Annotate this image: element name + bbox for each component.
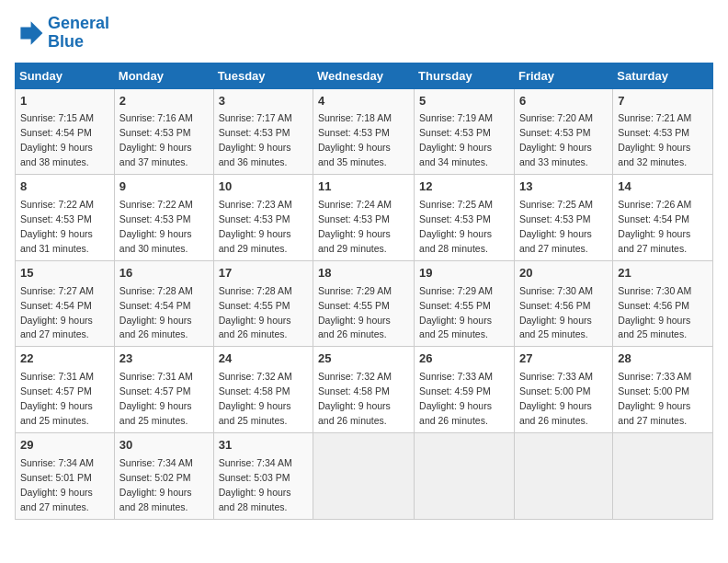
calendar-cell: 21Sunrise: 7:30 AMSunset: 4:56 PMDayligh…: [613, 260, 713, 347]
calendar-cell: 27Sunrise: 7:33 AMSunset: 5:00 PMDayligh…: [514, 347, 612, 433]
calendar-cell: 22Sunrise: 7:31 AMSunset: 4:57 PMDayligh…: [16, 347, 115, 433]
calendar-cell: 25Sunrise: 7:32 AMSunset: 4:58 PMDayligh…: [313, 347, 415, 433]
day-number: 30: [119, 437, 209, 454]
calendar-cell: 17Sunrise: 7:28 AMSunset: 4:55 PMDayligh…: [213, 260, 313, 347]
logo-text: General Blue: [48, 15, 109, 52]
day-number: 26: [419, 350, 509, 368]
day-number: 20: [519, 265, 608, 282]
calendar-week-2: 8Sunrise: 7:22 AMSunset: 4:53 PMDaylight…: [16, 175, 713, 261]
calendar-cell: 23Sunrise: 7:31 AMSunset: 4:57 PMDayligh…: [114, 347, 213, 433]
calendar-cell: 5Sunrise: 7:19 AMSunset: 4:53 PMDaylight…: [415, 88, 515, 175]
day-detail: Sunrise: 7:24 AMSunset: 4:53 PMDaylight:…: [318, 199, 392, 254]
calendar-cell: 12Sunrise: 7:25 AMSunset: 4:53 PMDayligh…: [415, 175, 515, 261]
day-detail: Sunrise: 7:19 AMSunset: 4:53 PMDaylight:…: [419, 112, 493, 167]
calendar-cell: 15Sunrise: 7:27 AMSunset: 4:54 PMDayligh…: [16, 260, 115, 347]
calendar-cell: 28Sunrise: 7:33 AMSunset: 5:00 PMDayligh…: [613, 347, 713, 433]
calendar-cell: 6Sunrise: 7:20 AMSunset: 4:53 PMDaylight…: [514, 88, 612, 175]
day-number: 4: [318, 93, 409, 110]
calendar-cell: 11Sunrise: 7:24 AMSunset: 4:53 PMDayligh…: [313, 175, 415, 261]
day-number: 21: [618, 265, 708, 282]
day-number: 31: [219, 437, 308, 454]
calendar-cell: [613, 432, 713, 519]
calendar-cell: 19Sunrise: 7:29 AMSunset: 4:55 PMDayligh…: [415, 260, 515, 347]
day-detail: Sunrise: 7:25 AMSunset: 4:53 PMDaylight:…: [519, 199, 593, 254]
day-detail: Sunrise: 7:34 AMSunset: 5:03 PMDaylight:…: [219, 457, 292, 512]
calendar-cell: 7Sunrise: 7:21 AMSunset: 4:53 PMDaylight…: [613, 88, 713, 175]
day-detail: Sunrise: 7:30 AMSunset: 4:56 PMDaylight:…: [618, 285, 691, 340]
day-number: 11: [318, 178, 409, 196]
day-number: 23: [119, 350, 209, 368]
day-detail: Sunrise: 7:18 AMSunset: 4:53 PMDaylight:…: [318, 112, 392, 167]
weekday-header-monday: Monday: [114, 63, 213, 88]
day-detail: Sunrise: 7:22 AMSunset: 4:53 PMDaylight:…: [119, 199, 193, 254]
day-detail: Sunrise: 7:28 AMSunset: 4:54 PMDaylight:…: [119, 285, 193, 340]
day-detail: Sunrise: 7:30 AMSunset: 4:56 PMDaylight:…: [519, 285, 593, 340]
day-number: 14: [618, 178, 708, 196]
day-detail: Sunrise: 7:27 AMSunset: 4:54 PMDaylight:…: [20, 285, 94, 340]
calendar-cell: 3Sunrise: 7:17 AMSunset: 4:53 PMDaylight…: [213, 88, 313, 175]
weekday-header-thursday: Thursday: [415, 63, 515, 88]
calendar-cell: 26Sunrise: 7:33 AMSunset: 4:59 PMDayligh…: [415, 347, 515, 433]
day-number: 16: [119, 265, 209, 282]
day-number: 18: [318, 265, 409, 282]
calendar-cell: 13Sunrise: 7:25 AMSunset: 4:53 PMDayligh…: [514, 175, 612, 261]
calendar-cell: 10Sunrise: 7:23 AMSunset: 4:53 PMDayligh…: [213, 175, 313, 261]
day-number: 5: [419, 93, 509, 110]
day-number: 24: [219, 350, 308, 368]
day-detail: Sunrise: 7:17 AMSunset: 4:53 PMDaylight:…: [219, 112, 292, 167]
calendar-cell: 1Sunrise: 7:15 AMSunset: 4:54 PMDaylight…: [16, 88, 115, 175]
calendar-cell: 4Sunrise: 7:18 AMSunset: 4:53 PMDaylight…: [313, 88, 415, 175]
calendar-cell: 20Sunrise: 7:30 AMSunset: 4:56 PMDayligh…: [514, 260, 612, 347]
day-number: 7: [618, 93, 708, 110]
weekday-header-saturday: Saturday: [613, 63, 713, 88]
day-detail: Sunrise: 7:21 AMSunset: 4:53 PMDaylight:…: [618, 112, 691, 167]
calendar-cell: 24Sunrise: 7:32 AMSunset: 4:58 PMDayligh…: [213, 347, 313, 433]
svg-marker-0: [20, 21, 42, 45]
day-detail: Sunrise: 7:31 AMSunset: 4:57 PMDaylight:…: [20, 371, 94, 426]
calendar-week-1: 1Sunrise: 7:15 AMSunset: 4:54 PMDaylight…: [16, 88, 713, 175]
day-detail: Sunrise: 7:25 AMSunset: 4:53 PMDaylight:…: [419, 199, 493, 254]
page-header: General Blue: [15, 15, 713, 52]
weekday-header-tuesday: Tuesday: [213, 63, 313, 88]
day-detail: Sunrise: 7:34 AMSunset: 5:01 PMDaylight:…: [20, 457, 94, 512]
weekday-header-friday: Friday: [514, 63, 612, 88]
day-detail: Sunrise: 7:26 AMSunset: 4:54 PMDaylight:…: [618, 199, 691, 254]
weekday-header-wednesday: Wednesday: [313, 63, 415, 88]
day-detail: Sunrise: 7:15 AMSunset: 4:54 PMDaylight:…: [20, 112, 94, 167]
day-detail: Sunrise: 7:20 AMSunset: 4:53 PMDaylight:…: [519, 112, 593, 167]
day-number: 6: [519, 93, 608, 110]
day-detail: Sunrise: 7:28 AMSunset: 4:55 PMDaylight:…: [219, 285, 292, 340]
calendar-cell: 29Sunrise: 7:34 AMSunset: 5:01 PMDayligh…: [16, 432, 115, 519]
day-number: 28: [618, 350, 708, 368]
day-detail: Sunrise: 7:29 AMSunset: 4:55 PMDaylight:…: [419, 285, 493, 340]
calendar-cell: 8Sunrise: 7:22 AMSunset: 4:53 PMDaylight…: [16, 175, 115, 261]
calendar-week-5: 29Sunrise: 7:34 AMSunset: 5:01 PMDayligh…: [16, 432, 713, 519]
day-number: 27: [519, 350, 608, 368]
day-number: 29: [20, 437, 109, 454]
calendar-cell: [514, 432, 612, 519]
day-detail: Sunrise: 7:33 AMSunset: 5:00 PMDaylight:…: [618, 371, 691, 426]
logo-icon: [15, 18, 44, 48]
calendar-week-3: 15Sunrise: 7:27 AMSunset: 4:54 PMDayligh…: [16, 260, 713, 347]
day-number: 10: [219, 178, 308, 196]
day-number: 8: [20, 178, 109, 196]
day-detail: Sunrise: 7:34 AMSunset: 5:02 PMDaylight:…: [119, 457, 193, 512]
day-number: 25: [318, 350, 409, 368]
day-detail: Sunrise: 7:29 AMSunset: 4:55 PMDaylight:…: [318, 285, 392, 340]
day-number: 1: [20, 93, 109, 110]
calendar-cell: 18Sunrise: 7:29 AMSunset: 4:55 PMDayligh…: [313, 260, 415, 347]
day-number: 15: [20, 265, 109, 282]
day-detail: Sunrise: 7:33 AMSunset: 5:00 PMDaylight:…: [519, 371, 593, 426]
day-number: 17: [219, 265, 308, 282]
logo: General Blue: [15, 15, 109, 52]
day-number: 2: [119, 93, 209, 110]
day-detail: Sunrise: 7:33 AMSunset: 4:59 PMDaylight:…: [419, 371, 493, 426]
calendar-table: SundayMondayTuesdayWednesdayThursdayFrid…: [15, 63, 713, 520]
calendar-cell: 9Sunrise: 7:22 AMSunset: 4:53 PMDaylight…: [114, 175, 213, 261]
calendar-week-4: 22Sunrise: 7:31 AMSunset: 4:57 PMDayligh…: [16, 347, 713, 433]
calendar-cell: 16Sunrise: 7:28 AMSunset: 4:54 PMDayligh…: [114, 260, 213, 347]
weekday-header-sunday: Sunday: [16, 63, 115, 88]
calendar-cell: 14Sunrise: 7:26 AMSunset: 4:54 PMDayligh…: [613, 175, 713, 261]
day-detail: Sunrise: 7:32 AMSunset: 4:58 PMDaylight:…: [219, 371, 292, 426]
calendar-cell: 30Sunrise: 7:34 AMSunset: 5:02 PMDayligh…: [114, 432, 213, 519]
